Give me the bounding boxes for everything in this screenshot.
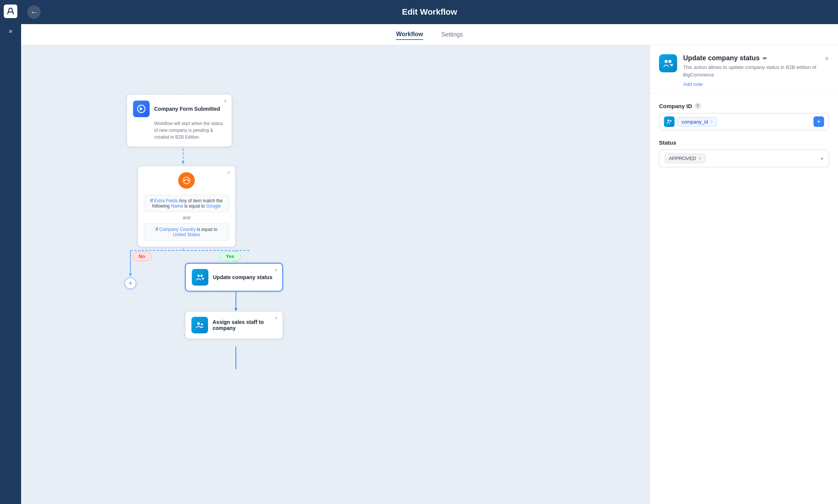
panel-close-button[interactable]: × — [824, 54, 829, 63]
status-select[interactable]: APPROVED × ▾ — [659, 150, 829, 167]
status-chevron-icon: ▾ — [821, 156, 823, 162]
no-branch-plus[interactable]: + — [124, 277, 136, 289]
start-node-title: Company Form Submitted — [154, 106, 220, 112]
panel-title-area: Update company status ✏ This action allo… — [683, 54, 818, 87]
tab-workflow[interactable]: Workflow — [396, 29, 423, 40]
add-note-link[interactable]: Add note — [683, 81, 818, 87]
condition-node-icon — [178, 172, 195, 189]
tab-settings[interactable]: Settings — [441, 30, 463, 40]
start-node-close[interactable]: × — [222, 98, 229, 104]
panel-title: Update company status ✏ — [683, 54, 818, 62]
company-id-label-text: Company ID — [659, 103, 692, 109]
assign-sales-icon — [191, 317, 208, 333]
status-field-group: Status APPROVED × ▾ — [659, 139, 829, 167]
condition-node-wrapper: × If Extra Field — [132, 166, 241, 261]
status-label: Status — [659, 139, 829, 146]
panel-description: This action allows to update company sta… — [683, 64, 818, 78]
app-logo[interactable] — [4, 5, 17, 18]
workflow-area: × Company Form Submitted Workflow will s… — [21, 45, 838, 504]
start-node-header: Company Form Submitted — [133, 101, 226, 117]
svg-point-18 — [197, 322, 200, 325]
update-status-title: Update company status — [213, 274, 272, 280]
svg-marker-10 — [234, 308, 237, 311]
company-id-tag-icon — [664, 116, 674, 127]
update-status-close[interactable]: × — [272, 267, 279, 273]
condition-link-google[interactable]: Google — [206, 203, 221, 209]
branch-yes-label: Yes — [219, 252, 240, 261]
start-node-wrapper: × Company Form Submitted Workflow will s… — [127, 94, 232, 147]
assign-sales-title: Assign sales staff to company — [213, 319, 277, 331]
condition-link-country[interactable]: Company Country — [159, 227, 196, 232]
company-id-help-icon[interactable]: ? — [694, 102, 701, 109]
condition-link-us[interactable]: United States — [173, 232, 200, 237]
update-status-node[interactable]: × Update company status — [185, 263, 283, 292]
condition-link-extrafields[interactable]: Extra Fields — [154, 198, 178, 203]
condition-row-2: If Company Country is equal to United St… — [144, 223, 229, 241]
svg-rect-0 — [5, 6, 16, 17]
svg-point-23 — [670, 120, 671, 122]
company-id-field-group: Company ID ? — [659, 102, 829, 130]
approved-tag: APPROVED × — [665, 154, 705, 163]
panel-body: Company ID ? — [650, 93, 838, 176]
branch-no-label: No — [132, 252, 151, 261]
panel-edit-icon[interactable]: ✏ — [763, 55, 767, 61]
branch-labels: No Yes — [132, 252, 241, 261]
svg-point-21 — [668, 60, 671, 63]
back-button[interactable]: ← — [27, 5, 41, 19]
panel-header: Update company status ✏ This action allo… — [650, 45, 838, 93]
tab-bar: Workflow Settings — [21, 24, 838, 45]
workflow-canvas[interactable]: × Company Form Submitted Workflow will s… — [21, 45, 650, 504]
app-header: ← Edit Workflow — [21, 0, 838, 24]
condition-content: If Extra Fields Any of item match the fo… — [144, 172, 229, 241]
assign-sales-node-wrapper: × Assign sales staff to company — [185, 311, 283, 339]
svg-point-17 — [200, 275, 203, 277]
company-id-label: Company ID ? — [659, 102, 829, 109]
right-panel: Update company status ✏ This action allo… — [650, 45, 838, 504]
company-id-tag-text: company_id — [682, 119, 708, 125]
company-id-add-button[interactable]: + — [814, 116, 824, 127]
svg-marker-6 — [129, 273, 132, 276]
start-node[interactable]: × Company Form Submitted Workflow will s… — [127, 94, 232, 147]
approved-tag-text: APPROVED — [669, 156, 696, 161]
sidebar-expand-button[interactable]: » — [9, 27, 12, 35]
page-title: Edit Workflow — [402, 7, 457, 17]
connector-lines — [21, 45, 650, 504]
svg-point-20 — [665, 60, 668, 63]
status-select-value: APPROVED × — [665, 154, 705, 163]
approved-tag-remove[interactable]: × — [698, 156, 701, 161]
company-id-tag: company_id × — [677, 117, 717, 127]
add-node-button-no[interactable]: + — [124, 277, 136, 289]
panel-title-text: Update company status — [683, 54, 760, 62]
company-id-tag-remove[interactable]: × — [710, 119, 713, 124]
assign-sales-node[interactable]: × Assign sales staff to company — [185, 311, 283, 339]
svg-point-16 — [197, 275, 200, 277]
condition-node-close[interactable]: × — [225, 169, 232, 176]
condition-node[interactable]: × If Extra Field — [138, 166, 235, 247]
condition-and: and — [183, 215, 190, 220]
condition-link-name[interactable]: Name — [171, 203, 183, 209]
status-label-text: Status — [659, 139, 676, 146]
update-status-icon — [192, 269, 208, 286]
start-node-body: Workflow will start when the status of n… — [133, 120, 226, 141]
main-content: ← Edit Workflow Workflow Settings — [21, 0, 838, 504]
company-id-input[interactable]: company_id × + — [659, 113, 829, 130]
update-status-node-wrapper: × Update company status — [185, 263, 283, 292]
start-node-icon — [133, 101, 150, 117]
sidebar: » — [0, 0, 21, 504]
svg-point-19 — [201, 324, 203, 325]
assign-sales-close[interactable]: × — [273, 315, 280, 321]
svg-point-22 — [668, 120, 670, 122]
condition-row-1: If Extra Fields Any of item match the fo… — [144, 195, 229, 212]
panel-action-icon — [659, 54, 677, 72]
svg-marker-2 — [182, 161, 185, 164]
